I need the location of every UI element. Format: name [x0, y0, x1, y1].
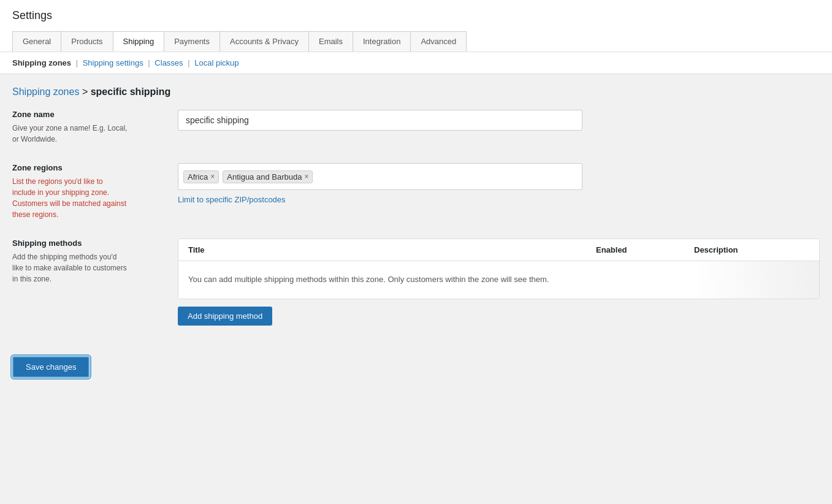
subnav-local-pickup[interactable]: Local pickup	[194, 58, 239, 67]
shipping-methods-desc: Add the shipping methods you'd like to m…	[12, 251, 166, 284]
tab-general[interactable]: General	[12, 31, 61, 52]
regions-input-container[interactable]: Africa × Antigua and Barbuda ×	[178, 163, 582, 190]
breadcrumb-current: specific shipping	[91, 86, 171, 97]
region-tag-africa-label: Africa	[188, 172, 208, 181]
zone-regions-section: Zone regions List the regions you'd like…	[12, 163, 820, 220]
save-changes-button[interactable]: Save changes	[12, 356, 90, 378]
table-header: Title Enabled Description	[178, 239, 819, 261]
subnav-shipping-zones-active: Shipping zones	[12, 58, 71, 67]
tab-emails[interactable]: Emails	[308, 31, 353, 52]
add-shipping-method-button[interactable]: Add shipping method	[178, 307, 272, 326]
tab-products[interactable]: Products	[61, 31, 112, 52]
breadcrumb-separator: >	[82, 86, 91, 97]
shipping-methods-label: Shipping methods Add the shipping method…	[12, 239, 166, 284]
table-col-enabled: Enabled	[586, 239, 684, 261]
breadcrumb: Shipping zones > specific shipping	[12, 86, 820, 97]
zone-regions-label: Zone regions List the regions you'd like…	[12, 163, 166, 220]
tab-integration[interactable]: Integration	[353, 31, 410, 52]
zone-name-section: Zone name Give your zone a name! E.g. Lo…	[12, 110, 820, 145]
region-tag-antigua: Antigua and Barbuda ×	[223, 170, 313, 183]
region-tag-antigua-remove[interactable]: ×	[304, 173, 308, 180]
zone-name-label: Zone name Give your zone a name! E.g. Lo…	[12, 110, 166, 145]
subnav-shipping-settings[interactable]: Shipping settings	[83, 58, 143, 67]
zone-name-title: Zone name	[12, 110, 166, 119]
zone-name-content	[178, 110, 820, 131]
page-header: Settings General Products Shipping Payme…	[0, 0, 832, 52]
zone-name-input[interactable]	[178, 110, 582, 131]
limit-zip-link[interactable]: Limit to specific ZIP/postcodes	[178, 195, 820, 204]
content-area: Shipping zones > specific shipping Zone …	[0, 74, 832, 390]
shipping-methods-table: Title Enabled Description You can add mu…	[178, 239, 820, 299]
shipping-methods-title: Shipping methods	[12, 239, 166, 248]
sub-nav: Shipping zones | Shipping settings | Cla…	[0, 52, 832, 74]
zone-regions-content: Africa × Antigua and Barbuda × Limit to …	[178, 163, 820, 204]
table-col-title: Title	[178, 239, 586, 261]
zone-regions-desc: List the regions you'd like to include i…	[12, 176, 166, 220]
tab-shipping[interactable]: Shipping	[113, 31, 164, 52]
nav-tabs: General Products Shipping Payments Accou…	[12, 31, 820, 52]
tab-accounts-privacy[interactable]: Accounts & Privacy	[219, 31, 308, 52]
shipping-methods-section: Shipping methods Add the shipping method…	[12, 239, 820, 326]
region-tag-africa: Africa ×	[183, 170, 219, 183]
subnav-classes[interactable]: Classes	[155, 58, 183, 67]
region-tag-antigua-label: Antigua and Barbuda	[227, 172, 302, 181]
zone-name-desc: Give your zone a name! E.g. Local, or Wo…	[12, 123, 166, 145]
shipping-methods-content: Title Enabled Description You can add mu…	[178, 239, 820, 326]
table-empty-message: You can add multiple shipping methods wi…	[178, 261, 819, 299]
tab-payments[interactable]: Payments	[164, 31, 219, 52]
breadcrumb-parent-link[interactable]: Shipping zones	[12, 86, 79, 97]
page-title: Settings	[12, 9, 820, 28]
tab-advanced[interactable]: Advanced	[410, 31, 467, 52]
zone-regions-title: Zone regions	[12, 163, 166, 172]
table-col-description: Description	[684, 239, 819, 261]
region-tag-africa-remove[interactable]: ×	[210, 173, 215, 180]
